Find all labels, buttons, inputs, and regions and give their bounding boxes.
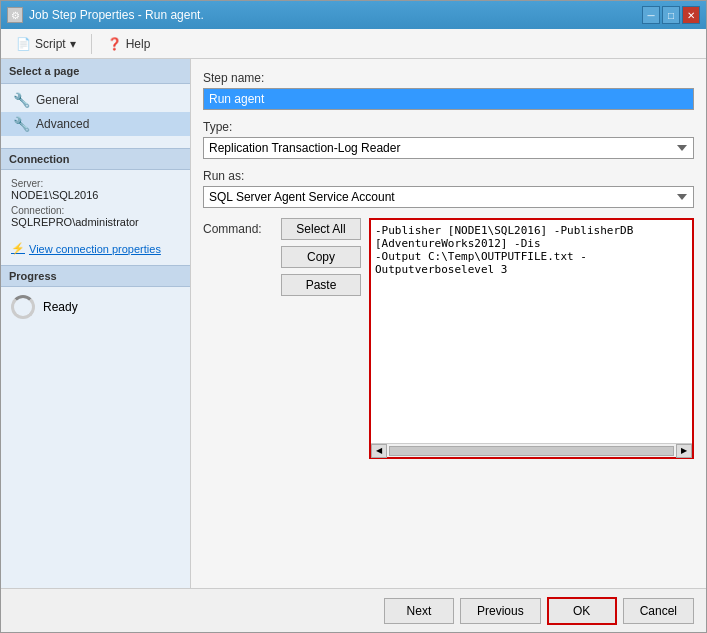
server-value: NODE1\SQL2016 bbox=[11, 189, 180, 201]
connection-link-icon: ⚡ bbox=[11, 242, 25, 255]
help-button[interactable]: ❓ Help bbox=[100, 34, 158, 54]
run-as-label: Run as: bbox=[203, 169, 694, 183]
window-title: Job Step Properties - Run agent. bbox=[29, 8, 204, 22]
connection-info: Server: NODE1\SQL2016 Connection: SQLREP… bbox=[1, 170, 190, 240]
progress-info: Ready bbox=[1, 287, 190, 327]
sidebar-item-general-label: General bbox=[36, 93, 79, 107]
type-select[interactable]: Replication Transaction-Log Reader bbox=[203, 137, 694, 159]
connection-section: Connection Server: NODE1\SQL2016 Connect… bbox=[1, 148, 190, 257]
connection-label: Connection: bbox=[11, 205, 180, 216]
sidebar-item-general[interactable]: 🔧 General bbox=[1, 88, 190, 112]
advanced-icon: 🔧 bbox=[13, 116, 30, 132]
command-label: Command: bbox=[203, 218, 273, 459]
sidebar-item-advanced-label: Advanced bbox=[36, 117, 89, 131]
script-label: Script bbox=[35, 37, 66, 51]
progress-status: Ready bbox=[43, 300, 78, 314]
title-buttons: ─ □ ✕ bbox=[642, 6, 700, 24]
server-label: Server: bbox=[11, 178, 180, 189]
step-name-input[interactable] bbox=[203, 88, 694, 110]
scroll-right-btn[interactable]: ▶ bbox=[676, 444, 692, 458]
progress-title: Progress bbox=[1, 265, 190, 287]
connection-title: Connection bbox=[1, 148, 190, 170]
previous-button[interactable]: Previous bbox=[460, 598, 541, 624]
server-row: Server: NODE1\SQL2016 bbox=[11, 178, 180, 201]
main-layout: Select a page 🔧 General 🔧 Advanced Conne… bbox=[1, 59, 706, 588]
connection-value: SQLREPRO\administrator bbox=[11, 216, 180, 228]
progress-section: Progress Ready bbox=[1, 265, 190, 327]
type-group: Type: Replication Transaction-Log Reader bbox=[203, 120, 694, 159]
sidebar-nav: 🔧 General 🔧 Advanced bbox=[1, 84, 190, 140]
content-area: Step name: Type: Replication Transaction… bbox=[191, 59, 706, 588]
sidebar-header: Select a page bbox=[1, 59, 190, 84]
close-button[interactable]: ✕ bbox=[682, 6, 700, 24]
general-icon: 🔧 bbox=[13, 92, 30, 108]
connection-row: Connection: SQLREPRO\administrator bbox=[11, 205, 180, 228]
scroll-left-btn[interactable]: ◀ bbox=[371, 444, 387, 458]
command-row: Command: Select All Copy Paste -Publishe… bbox=[203, 218, 694, 459]
step-name-label: Step name: bbox=[203, 71, 694, 85]
script-icon: 📄 bbox=[16, 37, 31, 51]
sidebar: Select a page 🔧 General 🔧 Advanced Conne… bbox=[1, 59, 191, 588]
next-button[interactable]: Next bbox=[384, 598, 454, 624]
toolbar: 📄 Script ▾ ❓ Help bbox=[1, 29, 706, 59]
type-label: Type: bbox=[203, 120, 694, 134]
main-window: ⚙ Job Step Properties - Run agent. ─ □ ✕… bbox=[0, 0, 707, 633]
progress-spinner bbox=[11, 295, 35, 319]
command-buttons: Select All Copy Paste bbox=[281, 218, 361, 459]
connection-link-label: View connection properties bbox=[29, 243, 161, 255]
title-bar: ⚙ Job Step Properties - Run agent. ─ □ ✕ bbox=[1, 1, 706, 29]
ok-button[interactable]: OK bbox=[547, 597, 617, 625]
window-icon: ⚙ bbox=[7, 7, 23, 23]
title-bar-left: ⚙ Job Step Properties - Run agent. bbox=[7, 7, 204, 23]
sidebar-item-advanced[interactable]: 🔧 Advanced bbox=[1, 112, 190, 136]
run-as-group: Run as: SQL Server Agent Service Account bbox=[203, 169, 694, 208]
paste-button[interactable]: Paste bbox=[281, 274, 361, 296]
script-dropdown-icon: ▾ bbox=[70, 37, 76, 51]
cancel-button[interactable]: Cancel bbox=[623, 598, 694, 624]
script-button[interactable]: 📄 Script ▾ bbox=[9, 34, 83, 54]
select-all-button[interactable]: Select All bbox=[281, 218, 361, 240]
command-textarea[interactable]: -Publisher [NODE1\SQL2016] -PublisherDB … bbox=[371, 220, 692, 440]
command-textarea-wrapper: -Publisher [NODE1\SQL2016] -PublisherDB … bbox=[369, 218, 694, 459]
help-icon: ❓ bbox=[107, 37, 122, 51]
bottom-bar: Next Previous OK Cancel bbox=[1, 588, 706, 632]
help-label: Help bbox=[126, 37, 151, 51]
step-name-group: Step name: bbox=[203, 71, 694, 110]
run-as-select[interactable]: SQL Server Agent Service Account bbox=[203, 186, 694, 208]
scroll-thumb[interactable] bbox=[389, 446, 674, 456]
view-connection-link[interactable]: ⚡ View connection properties bbox=[1, 240, 190, 257]
maximize-button[interactable]: □ bbox=[662, 6, 680, 24]
command-scrollbar: ◀ ▶ bbox=[371, 443, 692, 457]
copy-button[interactable]: Copy bbox=[281, 246, 361, 268]
minimize-button[interactable]: ─ bbox=[642, 6, 660, 24]
toolbar-separator bbox=[91, 34, 92, 54]
